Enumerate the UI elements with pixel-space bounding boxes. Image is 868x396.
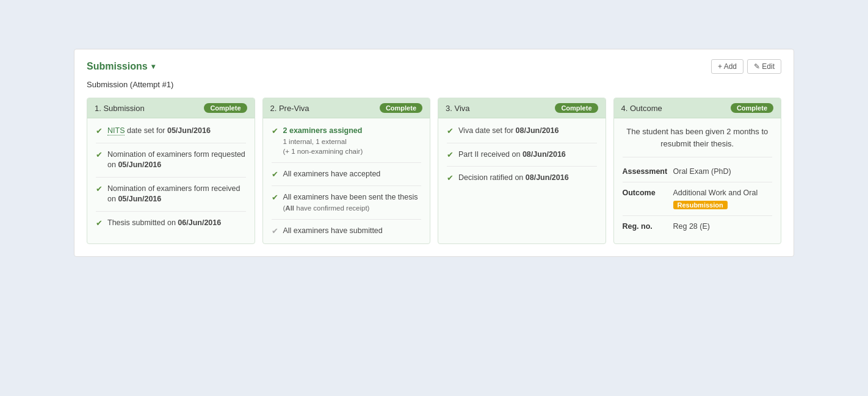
submissions-title[interactable]: Submissions ▾	[87, 61, 155, 72]
list-item: ✔ 2 examiners assigned 1 internal, 1 ext…	[272, 126, 422, 163]
edit-button[interactable]: ✎ Edit	[747, 59, 781, 74]
thesis-sub: (All have confirmed receipt)	[283, 203, 418, 213]
col-body-outcome: The student has been given 2 months to r…	[614, 118, 781, 238]
outcome-row-outcome: Outcome Additional Work and Oral Resubmi…	[623, 189, 773, 216]
item-text: Nomination of examiners form requested o…	[107, 149, 246, 171]
add-button[interactable]: + Add	[711, 59, 743, 74]
item-text: Part II received on 08/Jun/2016	[458, 149, 566, 160]
check-icon: ✔	[447, 150, 454, 159]
badge-viva: Complete	[555, 103, 598, 113]
list-item: ✔ Thesis submitted on 06/Jun/2016	[96, 218, 246, 229]
chevron-down-icon: ▾	[151, 62, 155, 71]
main-container: Submissions ▾ + Add ✎ Edit Submission (A…	[74, 49, 794, 257]
col-title-submission: 1. Submission	[95, 104, 145, 113]
col-header-outcome: 4. Outcome Complete	[614, 98, 781, 118]
col-header-pre-viva: 2. Pre-Viva Complete	[263, 98, 430, 118]
outcome-description: The student has been given 2 months to r…	[623, 126, 773, 157]
check-icon: ✔	[96, 218, 103, 228]
check-icon: ✔	[447, 173, 454, 182]
col-body-pre-viva: ✔ 2 examiners assigned 1 internal, 1 ext…	[263, 118, 430, 243]
outcome-value: Additional Work and Oral Resubmission	[673, 189, 773, 209]
check-icon: ✔	[272, 193, 278, 202]
item-text: NITS date set for 05/Jun/2016	[107, 126, 211, 137]
col-body-submission: ✔ NITS date set for 05/Jun/2016 ✔ Nomina…	[87, 118, 255, 236]
list-item: ✔ All examiners have submitted	[272, 226, 422, 237]
outcome-row-assessment: Assessment Oral Exam (PhD)	[623, 167, 773, 182]
reg-label: Reg. no.	[623, 222, 668, 231]
header-row: Submissions ▾ + Add ✎ Edit	[87, 59, 781, 74]
reg-value: Reg 28 (E)	[673, 222, 710, 231]
resubmission-badge: Resubmission	[673, 201, 728, 209]
list-item: ✔ All examiners have been sent the thesi…	[272, 192, 422, 220]
col-title-outcome: 4. Outcome	[621, 104, 662, 113]
list-item: ✔ Nomination of examiners form received …	[96, 184, 246, 212]
assessment-label: Assessment	[623, 167, 668, 176]
check-icon: ✔	[272, 170, 278, 179]
column-pre-viva: 2. Pre-Viva Complete ✔ 2 examiners assig…	[262, 98, 431, 244]
list-item: ✔ NITS date set for 05/Jun/2016	[96, 126, 246, 143]
col-title-viva: 3. Viva	[446, 104, 470, 113]
col-title-pre-viva: 2. Pre-Viva	[270, 104, 309, 113]
column-viva: 3. Viva Complete ✔ Viva date set for 08/…	[438, 98, 606, 244]
outcome-text: Additional Work and Oral	[673, 189, 758, 197]
list-item: ✔ Part II received on 08/Jun/2016	[447, 149, 597, 167]
item-text: 2 examiners assigned 1 internal, 1 exter…	[283, 126, 363, 156]
item-text: Viva date set for 08/Jun/2016	[458, 126, 559, 137]
list-item: ✔ All examiners have accepted	[272, 169, 422, 187]
outcome-label: Outcome	[623, 189, 668, 197]
item-text: Thesis submitted on 06/Jun/2016	[107, 218, 221, 229]
list-item: ✔ Decision ratified on 08/Jun/2016	[447, 173, 597, 184]
item-text: All examiners have submitted	[283, 226, 383, 237]
badge-outcome: Complete	[731, 103, 773, 113]
item-text: All examiners have accepted	[283, 169, 381, 180]
badge-submission: Complete	[204, 103, 247, 113]
list-item: ✔ Viva date set for 08/Jun/2016	[447, 126, 597, 143]
assessment-value: Oral Exam (PhD)	[673, 167, 731, 176]
list-item: ✔ Nomination of examiners form requested…	[96, 149, 246, 178]
item-text: Nomination of examiners form received on…	[107, 184, 246, 205]
header-buttons: + Add ✎ Edit	[711, 59, 781, 74]
check-icon: ✔	[96, 150, 103, 159]
item-text: Decision ratified on 08/Jun/2016	[458, 173, 569, 184]
col-body-viva: ✔ Viva date set for 08/Jun/2016 ✔ Part I…	[438, 118, 606, 191]
column-submission: 1. Submission Complete ✔ NITS date set f…	[87, 98, 255, 244]
item-text: All examiners have been sent the thesis …	[283, 192, 418, 213]
outcome-row-reg: Reg. no. Reg 28 (E)	[623, 222, 773, 231]
badge-pre-viva: Complete	[380, 103, 422, 113]
check-icon: ✔	[272, 226, 278, 236]
examiners-link[interactable]: 2 examiners assigned	[283, 126, 363, 135]
nits-link[interactable]: NITS	[107, 126, 125, 135]
col-header-viva: 3. Viva Complete	[438, 98, 606, 118]
examiner-sub: 1 internal, 1 external(+ 1 non-examining…	[283, 137, 363, 156]
check-icon: ✔	[96, 126, 103, 135]
col-header-submission: 1. Submission Complete	[87, 98, 255, 118]
columns: 1. Submission Complete ✔ NITS date set f…	[87, 98, 781, 244]
submissions-label: Submissions	[87, 61, 148, 72]
check-icon: ✔	[447, 126, 454, 135]
check-icon: ✔	[272, 126, 278, 135]
check-icon: ✔	[96, 184, 103, 193]
attempt-label: Submission (Attempt #1)	[87, 80, 781, 89]
column-outcome: 4. Outcome Complete The student has been…	[613, 98, 782, 244]
